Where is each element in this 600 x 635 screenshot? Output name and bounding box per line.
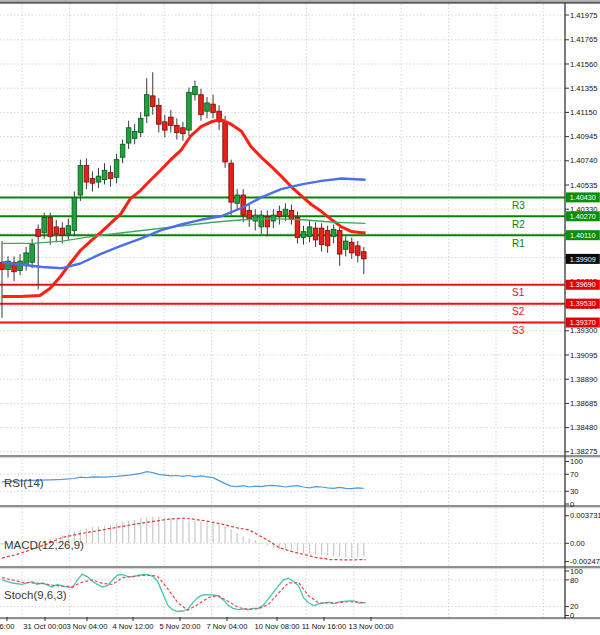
stoch-axis-label: 0	[570, 611, 574, 620]
price-axis-label: 1.41150	[570, 108, 597, 117]
price-axis-label: 1.40740	[570, 156, 597, 165]
chart-border-bottom	[0, 617, 600, 619]
macd-panel-area[interactable]	[0, 508, 565, 566]
price-axis-label: 1.39095	[570, 351, 597, 360]
time-axis-label: 11 Nov 16:00	[302, 622, 347, 631]
rsi-axis-label: 100	[570, 457, 583, 466]
price-axis-label: 1.38890	[570, 375, 597, 384]
time-axis-label: 5 Nov 20:00	[160, 622, 201, 631]
price-axis-label: 1.38685	[570, 399, 597, 408]
panel-separator	[0, 566, 600, 568]
rsi-axis-label: 0	[570, 500, 574, 509]
main-chart-area[interactable]	[0, 4, 565, 455]
current-price-badge-text: 1.39909	[570, 255, 596, 264]
level-badge-r3-text: 1.40430	[570, 193, 596, 202]
panel-click-surfaces	[0, 4, 565, 617]
price-axis-label: 1.41975	[570, 11, 597, 20]
level-badge-s1-text: 1.39690	[570, 280, 596, 289]
price-axis-label: 1.38275	[570, 447, 597, 456]
level-badge-s2-text: 1.39530	[570, 299, 596, 308]
window-top-edge	[0, 0, 600, 1]
panel-separator	[0, 455, 600, 457]
time-axis-label: 6:00	[0, 622, 14, 631]
time-axis-label: 3 Nov 04:00	[67, 622, 108, 631]
stoch-label: Stoch(9,6,3)	[4, 589, 67, 601]
time-axis-label: 31 Oct 00:00	[23, 622, 66, 631]
trading-chart-window: R3R2R1S1S2S3 1.419751.417651.415601.4135…	[0, 0, 600, 635]
price-axis-label: 1.40535	[570, 181, 597, 190]
stoch-axis-label: 20	[570, 602, 578, 611]
panel-separator	[0, 505, 600, 507]
macd-label: MACD(12,26,9)	[4, 539, 84, 551]
price-axis-label: 1.38480	[570, 423, 597, 432]
time-axis-label: 13 Nov 00:00	[348, 622, 393, 631]
time-axis-label: 10 Nov 08:00	[254, 622, 299, 631]
rsi-axis-label: 70	[570, 470, 578, 479]
macd-axis-label: 0.003731	[570, 511, 600, 520]
rsi-axis-label: 30	[570, 487, 578, 496]
stoch-axis-label: 100	[570, 567, 583, 576]
chart-border-top	[0, 2, 600, 4]
time-axis-label: 4 Nov 12:00	[113, 622, 154, 631]
price-axis-label: 1.41355	[570, 84, 597, 93]
price-axis-label: 1.41560	[570, 60, 597, 69]
level-badge-r1-text: 1.40110	[570, 231, 595, 240]
price-axis-label: 1.39300	[570, 326, 597, 335]
macd-axis-label: -0.002473	[570, 557, 600, 566]
chart-canvas[interactable]: R3R2R1S1S2S3 1.419751.417651.415601.4135…	[0, 0, 600, 635]
level-badge-s3-text: 1.39370	[570, 318, 596, 327]
rsi-label: RSI(14)	[4, 477, 44, 489]
stoch-axis-label: 80	[570, 576, 578, 585]
price-axis-label: 1.40945	[570, 132, 597, 141]
rsi-panel-area[interactable]	[0, 458, 565, 505]
price-axis-label: 1.41765	[570, 35, 597, 44]
stoch-panel-area[interactable]	[0, 569, 565, 617]
price-badges: 1.404301.402701.401101.396901.395301.393…	[566, 192, 600, 327]
macd-axis-label: 0.00	[570, 539, 585, 548]
level-badge-r2-text: 1.40270	[570, 212, 596, 221]
time-axis-label: 7 Nov 04:00	[207, 622, 248, 631]
